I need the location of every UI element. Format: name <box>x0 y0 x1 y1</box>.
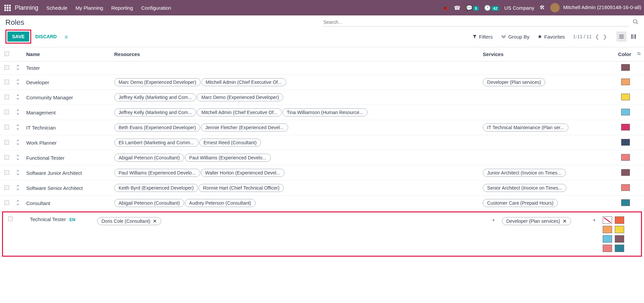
select-all-checkbox[interactable] <box>4 51 9 56</box>
services-cell[interactable]: Customer Care (Prepaid Hours) <box>480 196 610 211</box>
color-swatch[interactable] <box>621 64 630 71</box>
services-cell[interactable]: Senior Architect (Invoice on Times... <box>480 181 610 196</box>
resource-tag[interactable]: Marc Demo (Experienced Developer) <box>114 78 201 86</box>
pager-value[interactable]: 1-11 / 11 <box>573 34 592 39</box>
resource-tag[interactable]: Paul Williams (Experienced Develo... <box>114 169 200 177</box>
resources-cell[interactable]: Jeffrey Kelly (Marketing and Com...Marc … <box>112 90 480 105</box>
resource-tag[interactable]: Abigail Peterson (Consultant) <box>114 154 184 162</box>
row-checkbox[interactable] <box>4 140 9 145</box>
resources-cell[interactable]: Keith Byrd (Experienced Developer)Ronnie… <box>112 181 480 196</box>
list-view-button[interactable] <box>616 32 627 42</box>
color-option[interactable] <box>615 245 624 252</box>
resources-cell[interactable]: Abigail Peterson (Consultant)Audrey Pete… <box>112 196 480 211</box>
row-checkbox[interactable] <box>4 185 9 190</box>
activities-icon[interactable]: 🕐42 <box>484 5 499 11</box>
color-picker[interactable] <box>603 216 626 252</box>
save-button[interactable]: SAVE <box>7 32 29 42</box>
role-name[interactable]: Management <box>24 105 112 120</box>
resource-tag[interactable]: Paul Williams (Experienced Develo... <box>185 154 271 162</box>
lang-badge[interactable]: EN <box>69 217 75 222</box>
services-cell[interactable]: Developer (Plan services) <box>480 75 610 90</box>
role-name[interactable]: Tester <box>24 61 112 75</box>
drag-handle-icon[interactable] <box>13 120 24 135</box>
export-icon[interactable] <box>63 34 69 40</box>
services-cell[interactable] <box>480 150 610 165</box>
resources-input[interactable]: Doris Cole (Consultant) ✕ ▼ <box>97 216 497 226</box>
resource-tag[interactable]: Mitchell Admin (Chief Executive Of... <box>201 78 286 86</box>
role-name[interactable]: Software Junior Architect <box>24 165 112 181</box>
resources-cell[interactable]: Marc Demo (Experienced Developer)Mitchel… <box>112 75 480 90</box>
row-checkbox[interactable] <box>4 155 9 160</box>
color-option[interactable] <box>603 245 612 252</box>
services-cell[interactable] <box>480 90 610 105</box>
drag-handle-icon[interactable] <box>13 61 24 75</box>
resource-tag[interactable]: Tina Williamson (Human Resource... <box>283 108 368 116</box>
table-row[interactable]: ConsultantAbigail Peterson (Consultant)A… <box>0 196 644 211</box>
service-tag[interactable]: Junior Architect (Invoice on Times... <box>483 169 566 177</box>
drag-handle-icon[interactable] <box>13 165 24 181</box>
table-row[interactable]: Tester <box>0 61 644 75</box>
nav-schedule[interactable]: Schedule <box>46 5 68 11</box>
color-swatch[interactable] <box>621 154 630 161</box>
drag-handle-icon[interactable] <box>13 75 24 90</box>
resource-tag[interactable]: Doris Cole (Consultant) ✕ <box>97 217 161 225</box>
role-name[interactable]: IT Technician <box>24 120 112 135</box>
kanban-view-button[interactable] <box>629 32 639 42</box>
column-services[interactable]: Services <box>480 47 610 61</box>
services-cell[interactable] <box>480 105 610 120</box>
filters-button[interactable]: Filters <box>472 34 493 40</box>
messages-icon[interactable]: 💬5 <box>466 5 479 11</box>
nav-configuration[interactable]: Configuration <box>141 5 171 11</box>
color-swatch[interactable] <box>621 184 630 191</box>
remove-tag-icon[interactable]: ✕ <box>153 218 157 224</box>
service-tag[interactable]: Customer Care (Prepaid Hours) <box>483 199 558 207</box>
color-swatch[interactable] <box>621 79 630 85</box>
row-checkbox[interactable] <box>4 65 9 70</box>
services-input[interactable]: Developer (Plan services) ✕ ▼ <box>502 216 597 226</box>
resource-tag[interactable]: Jeffrey Kelly (Marketing and Com... <box>114 108 196 116</box>
drag-handle-icon[interactable] <box>13 181 24 196</box>
role-name[interactable]: Developer <box>24 75 112 90</box>
company-switcher[interactable]: US Company <box>504 5 534 11</box>
role-name[interactable]: Work Planner <box>24 135 112 150</box>
color-option[interactable] <box>603 216 612 224</box>
role-name[interactable]: Functional Tester <box>24 150 112 165</box>
drag-handle-icon[interactable] <box>13 135 24 150</box>
services-cell[interactable]: Junior Architect (Invoice on Times... <box>480 165 610 181</box>
services-cell[interactable]: IT Technical Maintenance (Plan ser... <box>480 120 610 135</box>
resource-tag[interactable]: Abigail Peterson (Consultant) <box>114 199 184 207</box>
nav-reporting[interactable]: Reporting <box>111 5 133 11</box>
resources-cell[interactable]: Eli Lambert (Marketing and Comm...Ernest… <box>112 135 480 150</box>
resource-tag[interactable]: Keith Byrd (Experienced Developer) <box>114 184 198 192</box>
table-row-editing[interactable]: Technical Tester EN Doris Cole (Consulta… <box>4 213 640 255</box>
resource-tag[interactable]: Beth Evans (Experienced Developer) <box>114 123 200 132</box>
groupby-button[interactable]: Group By <box>501 34 529 40</box>
column-resources[interactable]: Resources <box>112 47 480 61</box>
user-menu[interactable]: Mitchell Admin (21609148-16-0-all) <box>550 3 641 12</box>
resource-tag[interactable]: Ernest Reed (Consultant) <box>199 139 261 147</box>
pager-prev-icon[interactable]: ❮ <box>595 34 599 40</box>
color-swatch[interactable] <box>621 199 630 206</box>
table-row[interactable]: Software Junior ArchitectPaul Williams (… <box>0 165 644 181</box>
row-checkbox[interactable] <box>4 170 9 175</box>
remove-tag-icon[interactable]: ✕ <box>563 218 567 224</box>
drag-handle-icon[interactable] <box>13 90 24 105</box>
row-checkbox[interactable] <box>4 110 9 114</box>
drag-handle-icon[interactable] <box>13 150 24 165</box>
table-row[interactable]: IT TechnicianBeth Evans (Experienced Dev… <box>0 120 644 135</box>
discard-button[interactable]: DISCARD <box>33 32 59 42</box>
row-checkbox[interactable] <box>4 80 9 84</box>
resource-tag[interactable]: Audrey Peterson (Consultant) <box>185 199 255 207</box>
resources-cell[interactable]: Paul Williams (Experienced Develo...Walt… <box>112 165 480 181</box>
resource-tag[interactable]: Mitchell Admin (Chief Executive Of... <box>197 108 282 116</box>
tools-icon[interactable]: 🛠 <box>540 5 545 11</box>
row-checkbox[interactable] <box>4 95 9 99</box>
color-swatch[interactable] <box>621 94 630 100</box>
color-swatch[interactable] <box>621 124 630 131</box>
row-checkbox[interactable] <box>4 200 9 205</box>
column-name[interactable]: Name <box>24 47 112 61</box>
table-row[interactable]: Work PlannerEli Lambert (Marketing and C… <box>0 135 644 150</box>
optional-columns-icon[interactable] <box>637 51 641 57</box>
search-input[interactable] <box>322 18 629 27</box>
table-row[interactable]: ManagementJeffrey Kelly (Marketing and C… <box>0 105 644 120</box>
